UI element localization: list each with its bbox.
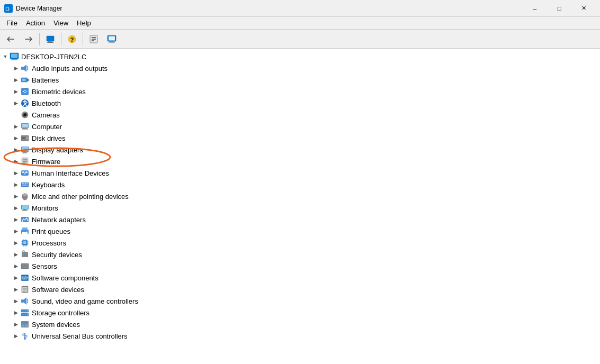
expand-arrow[interactable]: [12, 145, 20, 154]
menu-help[interactable]: Help: [73, 18, 95, 28]
expand-arrow[interactable]: [12, 285, 20, 294]
list-item[interactable]: Software devices: [0, 284, 600, 295]
expand-arrow[interactable]: [12, 157, 20, 166]
svg-rect-17: [11, 60, 17, 60]
help-button[interactable]: ?: [64, 31, 80, 47]
devmgr-button[interactable]: [42, 31, 59, 47]
svg-rect-69: [22, 232, 28, 234]
expand-arrow[interactable]: [12, 320, 20, 329]
list-item[interactable]: Human Interface Devices: [0, 167, 600, 179]
menu-file[interactable]: File: [2, 18, 22, 28]
list-item[interactable]: Monitors: [0, 202, 600, 214]
firmware-icon: [20, 157, 30, 166]
svg-point-28: [24, 114, 26, 116]
list-item[interactable]: Universal Serial Bus controllers: [0, 330, 600, 342]
bluetooth-expand-arrow[interactable]: [12, 99, 20, 107]
svg-rect-14: [109, 36, 115, 40]
software-devices-icon: [20, 285, 30, 294]
expand-arrow[interactable]: [12, 134, 20, 142]
expand-arrow[interactable]: [12, 274, 20, 282]
svg-rect-4: [47, 42, 53, 43]
svg-rect-106: [23, 334, 25, 335]
expand-arrow[interactable]: [12, 227, 20, 235]
list-item[interactable]: </> Software components: [0, 272, 600, 284]
root-expand-arrow[interactable]: [1, 52, 10, 61]
tree-root[interactable]: DESKTOP-JTRN2LC: [0, 51, 600, 62]
expand-arrow[interactable]: [12, 239, 20, 247]
properties-button[interactable]: [85, 31, 102, 47]
list-item[interactable]: Mice and other pointing devices: [0, 190, 600, 202]
item-label: Computer: [32, 123, 62, 131]
network-icon: [20, 215, 30, 224]
svg-rect-19: [21, 67, 24, 70]
svg-rect-95: [21, 299, 24, 303]
list-item[interactable]: Sound, video and game controllers: [0, 295, 600, 307]
list-item[interactable]: Batteries: [0, 74, 600, 86]
item-label: Software components: [32, 274, 98, 282]
item-label: Keyboards: [32, 181, 65, 189]
list-item[interactable]: Disk drives: [0, 132, 600, 144]
svg-point-35: [26, 137, 29, 140]
close-button[interactable]: ✕: [571, 0, 596, 17]
item-label: Print queues: [32, 228, 70, 235]
list-item[interactable]: Firmware: [0, 156, 600, 167]
list-item[interactable]: Print queues: [0, 225, 600, 237]
menu-action[interactable]: Action: [22, 18, 49, 28]
expand-arrow[interactable]: [12, 76, 20, 84]
expand-arrow[interactable]: [12, 64, 20, 72]
svg-rect-62: [23, 210, 26, 211]
menu-view[interactable]: View: [49, 18, 73, 28]
list-item[interactable]: Processors: [0, 237, 600, 249]
expand-arrow[interactable]: [12, 204, 20, 212]
disk-icon: [20, 133, 30, 143]
minimize-button[interactable]: –: [523, 0, 547, 17]
svg-rect-46: [22, 171, 24, 173]
expand-arrow[interactable]: [12, 262, 20, 270]
list-item[interactable]: Sensors: [0, 260, 600, 272]
expand-arrow[interactable]: [12, 122, 20, 131]
list-item[interactable]: Audio inputs and outputs: [0, 62, 600, 74]
svg-rect-73: [23, 241, 26, 244]
list-item[interactable]: Keyboards: [0, 179, 600, 190]
item-label: Mice and other pointing devices: [32, 193, 129, 201]
expand-arrow[interactable]: [12, 180, 20, 189]
back-button[interactable]: [2, 31, 19, 47]
computer-button[interactable]: [103, 31, 120, 47]
list-item[interactable]: Storage controllers: [0, 307, 600, 319]
svg-rect-16: [12, 59, 17, 60]
svg-rect-107: [25, 335, 27, 337]
svg-rect-12: [109, 41, 114, 42]
list-item[interactable]: Security devices: [0, 249, 600, 260]
expand-arrow[interactable]: [12, 87, 20, 96]
expand-arrow[interactable]: [12, 215, 20, 224]
bluetooth-icon: [20, 98, 30, 108]
list-item[interactable]: Network adapters: [0, 214, 600, 225]
svg-rect-52: [25, 184, 26, 185]
expand-arrow[interactable]: [12, 250, 20, 259]
expand-arrow[interactable]: [12, 332, 20, 340]
bluetooth-item[interactable]: Bluetooth: [0, 97, 600, 109]
expand-arrow[interactable]: [12, 169, 20, 177]
main-content[interactable]: DESKTOP-JTRN2LC Audio inputs and outputs: [0, 49, 600, 364]
item-label: System devices: [32, 321, 80, 329]
item-label: Display adapters: [32, 146, 83, 154]
forward-button[interactable]: [20, 31, 37, 47]
list-item[interactable]: Biometric devices: [0, 86, 600, 97]
item-label: Firmware: [32, 158, 60, 166]
list-item[interactable]: System devices: [0, 319, 600, 330]
expand-arrow[interactable]: [12, 192, 20, 201]
expand-arrow[interactable]: [12, 297, 20, 305]
expand-arrow[interactable]: [12, 308, 20, 317]
svg-rect-103: [22, 324, 24, 327]
maximize-button[interactable]: □: [547, 0, 571, 17]
svg-rect-36: [22, 137, 25, 139]
list-item[interactable]: Cameras: [0, 109, 600, 121]
list-item[interactable]: Computer: [0, 121, 600, 132]
svg-rect-55: [23, 185, 26, 186]
svg-rect-51: [23, 184, 24, 185]
list-item[interactable]: Display adapters: [0, 144, 600, 156]
hid-icon: [20, 168, 30, 178]
content-wrapper: DESKTOP-JTRN2LC Audio inputs and outputs: [0, 49, 600, 344]
svg-rect-40: [22, 153, 28, 153]
svg-point-59: [22, 194, 28, 197]
